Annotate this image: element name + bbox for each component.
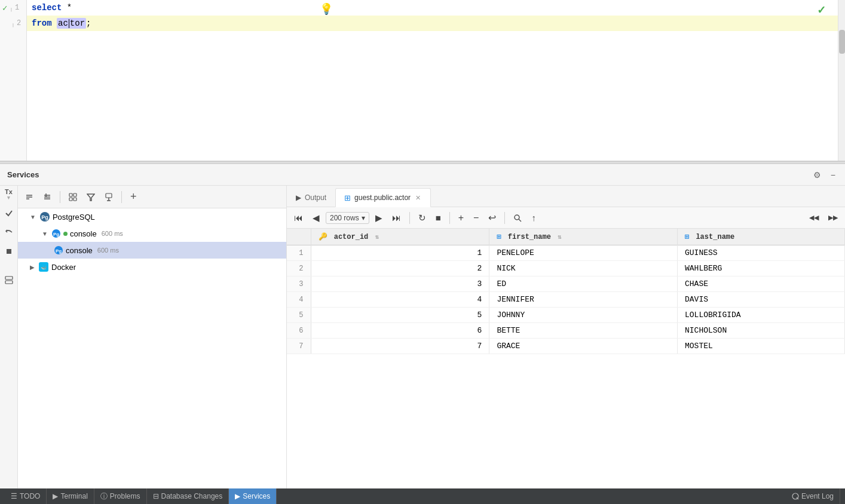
- scrollbar-thumb: [839, 30, 845, 54]
- table-row[interactable]: 77GRACEMOSTEL: [287, 339, 845, 354]
- scroll-right-button[interactable]: ▶▶: [825, 212, 841, 223]
- status-todo[interactable]: ☰ TODO: [5, 488, 47, 504]
- actor-id-key-icon: 🔑: [319, 233, 327, 241]
- output-tab-label: Output: [305, 193, 326, 202]
- add-row-button[interactable]: +: [455, 211, 467, 225]
- actor-tab-icon: ⊞: [344, 193, 351, 202]
- row-number-cell: 6: [287, 323, 311, 339]
- status-services[interactable]: ▶ Services: [229, 488, 277, 504]
- tree-toolbar-divider2: [121, 191, 122, 203]
- actor-id-sort[interactable]: ⇅: [375, 233, 379, 241]
- add-service-button[interactable]: +: [127, 189, 140, 205]
- scroll-left-button[interactable]: ◀◀: [806, 212, 822, 223]
- table-row[interactable]: 66BETTENICHOLSON: [287, 323, 845, 339]
- close-tab-button[interactable]: ✕: [414, 193, 422, 202]
- last-name-header[interactable]: ⊞ last_name: [677, 229, 844, 245]
- tree-toolbar: +: [18, 186, 286, 208]
- tab-actor[interactable]: ⊞ guest.public.actor ✕: [335, 188, 431, 207]
- tree-item-docker[interactable]: ▶ 🐳 Docker: [18, 259, 286, 275]
- svg-rect-13: [74, 198, 76, 201]
- row-number-cell: 1: [287, 245, 311, 261]
- services-content: Tx ▾: [0, 186, 845, 488]
- table-row[interactable]: 11PENELOPEGUINESS: [287, 245, 845, 261]
- output-tab-icon: ▶: [296, 193, 301, 202]
- rollback-button[interactable]: [2, 225, 16, 239]
- svg-marker-14: [87, 194, 94, 201]
- status-problems[interactable]: ⓘ Problems: [94, 488, 147, 504]
- tree-item-postgresql[interactable]: ▼ Pg PostgreSQL: [18, 208, 286, 225]
- code-space: [52, 19, 57, 28]
- status-event-log[interactable]: Event Log: [786, 488, 840, 504]
- commit-button[interactable]: [2, 206, 16, 220]
- services-header-actions: ⚙ −: [811, 169, 838, 181]
- code-line-2: from actor ;: [27, 16, 838, 31]
- actor-id-cell: 4: [311, 292, 489, 308]
- services-panel: Services ⚙ − Tx ▾: [0, 164, 845, 488]
- tree-item-console-parent[interactable]: ▼ Pg console 600 ms: [18, 225, 286, 242]
- first-name-cell: GRACE: [489, 339, 678, 354]
- next-page-button[interactable]: ▶: [372, 211, 386, 225]
- revert-button[interactable]: ↩: [485, 210, 500, 225]
- svg-rect-11: [74, 193, 76, 196]
- result-toolbar: ⏮ ◀ 200 rows ▾ ▶ ⏭ ↻ ■ + − ↩ ↑: [287, 207, 845, 229]
- last-name-cell: CHASE: [677, 276, 844, 292]
- last-name-cell: WAHLBERG: [677, 261, 844, 276]
- row-number-cell: 5: [287, 308, 311, 323]
- collapse-button[interactable]: −: [828, 169, 838, 181]
- status-terminal[interactable]: ▶ Terminal: [47, 488, 94, 504]
- status-db-changes[interactable]: ⊟ Database Changes: [147, 488, 229, 504]
- delete-row-button[interactable]: −: [470, 211, 482, 225]
- prev-page-button[interactable]: ◀: [309, 211, 323, 225]
- table-row[interactable]: 55JOHNNYLOLLOBRIGIDA: [287, 308, 845, 323]
- event-log-icon: [792, 493, 799, 500]
- console-child-badge: 600 ms: [97, 247, 119, 254]
- filter-button[interactable]: [83, 191, 99, 203]
- tab-output[interactable]: ▶ Output: [287, 188, 335, 207]
- first-name-sort[interactable]: ⇅: [558, 233, 562, 241]
- layout-button[interactable]: [2, 273, 16, 287]
- actor-id-cell: 5: [311, 308, 489, 323]
- row-number-cell: 7: [287, 339, 311, 354]
- table-header-row: 🔑 actor_id ⇅ ⊞ first_name ⇅ ⊞: [287, 229, 845, 245]
- group-button[interactable]: [65, 191, 81, 203]
- stop-button[interactable]: [2, 244, 16, 259]
- console-parent-badge: 600 ms: [102, 230, 123, 237]
- services-panel-title: Services: [7, 170, 39, 179]
- tree-panel: + ▼ Pg PostgreSQL ▼ Pg console 600 m: [18, 186, 287, 488]
- find-in-results-button[interactable]: [510, 212, 525, 224]
- actor-tab-label: guest.public.actor: [354, 193, 411, 202]
- top-right-check-icon: ✓: [817, 4, 826, 17]
- first-name-cell: PENELOPE: [489, 245, 678, 261]
- export-button[interactable]: ↑: [528, 211, 540, 225]
- svg-text:Pg: Pg: [41, 214, 48, 220]
- keyword-select: select: [32, 3, 62, 13]
- docker-chevron: ▶: [30, 264, 35, 271]
- svg-rect-12: [69, 198, 72, 201]
- tree-item-console-child[interactable]: Pg console 600 ms: [18, 242, 286, 259]
- connection-status-dot: [63, 232, 68, 236]
- first-name-cell: BETTE: [489, 323, 678, 339]
- rows-selector[interactable]: 200 rows ▾: [326, 212, 369, 224]
- console-parent-chevron: ▼: [42, 231, 48, 237]
- table-row[interactable]: 44JENNIFERDAVIS: [287, 292, 845, 308]
- table-row[interactable]: 33EDCHASE: [287, 276, 845, 292]
- data-table-container[interactable]: 🔑 actor_id ⇅ ⊞ first_name ⇅ ⊞: [287, 229, 845, 488]
- settings-button[interactable]: ⚙: [811, 169, 823, 181]
- svg-rect-2: [5, 281, 13, 284]
- table-row[interactable]: 22NICKWAHLBERG: [287, 261, 845, 276]
- pin-button[interactable]: [101, 191, 117, 203]
- first-name-header[interactable]: ⊞ first_name ⇅: [489, 229, 678, 245]
- line-2-gutter: ╷ 2: [0, 16, 26, 31]
- editor-scrollbar[interactable]: [838, 0, 845, 161]
- expand-all-button[interactable]: [39, 191, 55, 203]
- stop-query-button[interactable]: ■: [432, 211, 445, 225]
- refresh-button[interactable]: ↻: [415, 211, 430, 225]
- first-page-button[interactable]: ⏮: [290, 211, 307, 225]
- collapse-all-button[interactable]: [22, 191, 37, 203]
- last-page-button[interactable]: ⏭: [388, 211, 405, 225]
- actor-id-header[interactable]: 🔑 actor_id ⇅: [311, 229, 489, 245]
- code-editor[interactable]: select * from actor ; 💡 ✓: [27, 0, 838, 161]
- svg-text:Pg: Pg: [53, 232, 59, 237]
- lightbulb-icon[interactable]: 💡: [320, 2, 333, 16]
- editor-area: ✓ ╷ 1 ╷ 2 select * from actor ; 💡 ✓: [0, 0, 845, 161]
